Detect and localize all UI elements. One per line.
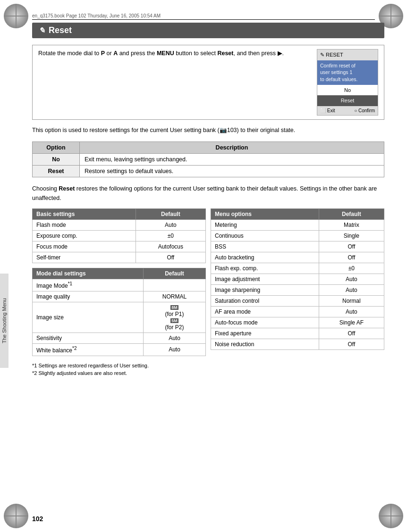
table-row: Saturation control Normal bbox=[211, 295, 384, 306]
self-timer-label: Self-timer bbox=[33, 252, 136, 263]
menu-options-header: Menu options bbox=[211, 208, 319, 219]
exposure-comp-value: ±0 bbox=[136, 230, 205, 241]
flash-exp-comp-value: ±0 bbox=[319, 263, 384, 274]
title-bar: ✎ Reset bbox=[32, 23, 384, 38]
table-row: Image adjustment Auto bbox=[211, 274, 384, 284]
exposure-comp-label: Exposure comp. bbox=[33, 230, 136, 241]
choosing-text: Choosing Reset restores the following op… bbox=[32, 184, 384, 203]
bss-label: BSS bbox=[211, 241, 319, 252]
option-table: Option Description No Exit menu, leaving… bbox=[32, 141, 384, 177]
right-table: Menu options Default Metering Matrix Con… bbox=[211, 208, 384, 356]
auto-bracketing-label: Auto bracketing bbox=[211, 252, 319, 263]
table-row: Image size 8M(for P1) 5M(for P2) bbox=[33, 302, 206, 332]
mode-dial-table: Mode dial settings Default Image Mode*1 … bbox=[32, 268, 206, 356]
image-quality-value: NORMAL bbox=[144, 291, 206, 302]
image-size-label: Image size bbox=[33, 302, 144, 332]
table-row: No Exit menu, leaving settings unchanged… bbox=[33, 153, 384, 165]
header-text: en_q3175.book Page 102 Thursday, June 16… bbox=[32, 13, 161, 18]
table-row: BSS Off bbox=[211, 241, 384, 252]
continuous-label: Continuous bbox=[211, 230, 319, 241]
table-row: Sensitivity Auto bbox=[33, 332, 206, 343]
image-size-value: 8M(for P1) 5M(for P2) bbox=[144, 302, 206, 332]
table-row: Exposure comp. ±0 bbox=[33, 230, 206, 241]
table-row: White balance*2 Auto bbox=[33, 343, 206, 356]
description-col-header: Description bbox=[80, 141, 384, 153]
image-adjustment-value: Auto bbox=[319, 274, 384, 284]
menu-popup: ✎ RESET Confirm reset ofuser settings 1t… bbox=[317, 49, 378, 116]
table-row: Noise reduction Off bbox=[211, 339, 384, 349]
popup-highlight: Confirm reset ofuser settings 1to defaul… bbox=[317, 60, 378, 85]
metering-value: Matrix bbox=[319, 219, 384, 230]
popup-footer: ⬜ Exit ○ Confirm bbox=[317, 106, 378, 115]
side-tab-label: The Shooting Menu bbox=[1, 298, 7, 343]
fixed-aperture-label: Fixed aperture bbox=[211, 328, 319, 339]
af-area-mode-value: Auto bbox=[319, 306, 384, 317]
image-adjustment-label: Image adjustment bbox=[211, 274, 319, 284]
mode-dial-default-header: Default bbox=[144, 268, 206, 279]
main-content: ✎ Reset Rotate the mode dial to P or A a… bbox=[32, 23, 384, 509]
description-text: This option is used to restore settings … bbox=[32, 125, 384, 135]
af-area-mode-label: AF area mode bbox=[211, 306, 319, 317]
flash-exp-comp-label: Flash exp. comp. bbox=[211, 263, 319, 274]
table-row: Auto bracketing Off bbox=[211, 252, 384, 263]
table-row: AF area mode Auto bbox=[211, 306, 384, 317]
option-col-header: Option bbox=[33, 141, 80, 153]
focus-mode-value: Autofocus bbox=[136, 241, 205, 252]
side-tab: The Shooting Menu bbox=[0, 274, 8, 368]
image-sharpening-label: Image sharpening bbox=[211, 284, 319, 295]
table-row: Flash exp. comp. ±0 bbox=[211, 263, 384, 274]
left-tables: Basic settings Default Flash mode Auto E… bbox=[32, 208, 206, 356]
popup-title: ✎ RESET bbox=[317, 50, 378, 60]
instruction-text: Rotate the mode dial to P or A and press… bbox=[38, 49, 311, 116]
sensitivity-value: Auto bbox=[144, 332, 206, 343]
bss-value: Off bbox=[319, 241, 384, 252]
table-row: Metering Matrix bbox=[211, 219, 384, 230]
table-row: Continuous Single bbox=[211, 230, 384, 241]
basic-settings-header: Basic settings bbox=[33, 208, 136, 219]
image-mode-value bbox=[144, 279, 206, 291]
instruction-box: Rotate the mode dial to P or A and press… bbox=[32, 45, 384, 120]
image-quality-label: Image quality bbox=[33, 291, 144, 302]
self-timer-value: Off bbox=[136, 252, 205, 263]
desc-reset: Restore settings to default values. bbox=[80, 165, 384, 177]
metering-label: Metering bbox=[211, 219, 319, 230]
auto-focus-mode-label: Auto-focus mode bbox=[211, 317, 319, 328]
menu-options-table: Menu options Default Metering Matrix Con… bbox=[211, 208, 384, 350]
white-balance-value: Auto bbox=[144, 343, 206, 356]
table-row: Auto-focus mode Single AF bbox=[211, 317, 384, 328]
table-row: Reset Restore settings to default values… bbox=[33, 165, 384, 177]
footnote-2: *2 Slightly adjusted values are also res… bbox=[32, 369, 384, 377]
menu-options-default-header: Default bbox=[319, 208, 384, 219]
sensitivity-label: Sensitivity bbox=[33, 332, 144, 343]
option-no: No bbox=[33, 153, 80, 165]
page-header: en_q3175.book Page 102 Thursday, June 16… bbox=[32, 13, 375, 20]
corner-decoration-bl bbox=[4, 504, 28, 528]
page-title: Reset bbox=[49, 25, 72, 35]
basic-settings-table: Basic settings Default Flash mode Auto E… bbox=[32, 208, 206, 263]
table-row: Focus mode Autofocus bbox=[33, 241, 206, 252]
saturation-control-label: Saturation control bbox=[211, 295, 319, 306]
tables-row: Basic settings Default Flash mode Auto E… bbox=[32, 208, 384, 356]
table-row: Fixed aperture Off bbox=[211, 328, 384, 339]
table-row: Self-timer Off bbox=[33, 252, 206, 263]
flash-mode-value: Auto bbox=[136, 219, 205, 230]
saturation-control-value: Normal bbox=[319, 295, 384, 306]
corner-decoration-tl bbox=[4, 4, 28, 28]
noise-reduction-label: Noise reduction bbox=[211, 339, 319, 349]
popup-item-no[interactable]: No bbox=[317, 85, 378, 96]
auto-focus-mode-value: Single AF bbox=[319, 317, 384, 328]
table-row: Flash mode Auto bbox=[33, 219, 206, 230]
page-number: 102 bbox=[32, 515, 43, 523]
image-mode-label: Image Mode*1 bbox=[33, 279, 144, 291]
option-reset: Reset bbox=[33, 165, 80, 177]
table-row: Image sharpening Auto bbox=[211, 284, 384, 295]
title-icon: ✎ bbox=[39, 26, 45, 35]
noise-reduction-value: Off bbox=[319, 339, 384, 349]
popup-item-reset[interactable]: Reset bbox=[317, 95, 378, 106]
continuous-value: Single bbox=[319, 230, 384, 241]
basic-default-header: Default bbox=[136, 208, 205, 219]
image-sharpening-value: Auto bbox=[319, 284, 384, 295]
fixed-aperture-value: Off bbox=[319, 328, 384, 339]
desc-no: Exit menu, leaving settings unchanged. bbox=[80, 153, 384, 165]
focus-mode-label: Focus mode bbox=[33, 241, 136, 252]
